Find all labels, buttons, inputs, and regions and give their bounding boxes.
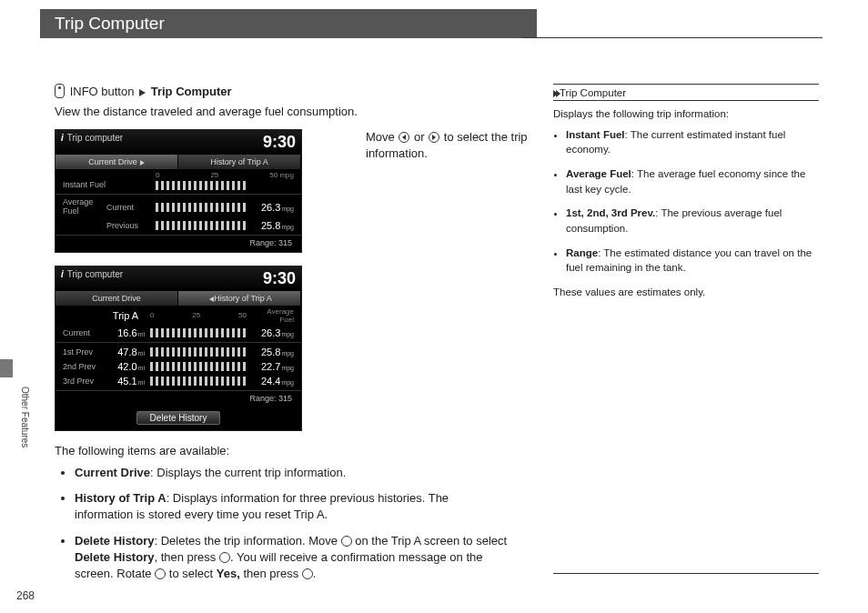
table-row: 1st Prev 47.8mi 25.8mpg [56,342,301,359]
bar-gauge [150,377,247,386]
list-item: History of Trip A: Displays information … [75,490,510,523]
intro-text: View the distance traveled and average f… [55,104,510,120]
chevron-right-icon [140,160,145,166]
info-icon: i [61,133,64,143]
rule [553,573,819,574]
list-item: Average Fuel: The average fuel economy s… [566,166,819,196]
list-item: Instant Fuel: The current estimated inst… [566,127,819,157]
range: Range: 315 [56,390,301,407]
enter-icon [219,552,230,563]
chevron-left-icon [209,296,214,302]
section-label: Other Features [20,387,30,447]
value: 26.3mpg [252,202,294,213]
nav-right-icon [429,132,439,143]
bar-gauge [150,328,247,337]
enter-icon [302,568,313,579]
table-row: Current 16.6mi 26.3mpg [56,326,301,340]
row-label: Instant Fuel [63,181,106,190]
bar-gauge [156,203,247,212]
clock: 9:30 [263,133,296,152]
nav-left-icon [399,132,409,143]
table-row: 2nd Prev 42.0mi 22.7mpg [56,359,301,374]
breadcrumb: INFO button Trip Computer [55,84,510,98]
screen-title: Trip computer [67,269,123,279]
screenshot-current-drive: iTrip computer 9:30 Current Drive Histor… [55,129,302,253]
screen-title: Trip computer [67,133,123,143]
range: Range: 315 [56,235,301,252]
side-note: Trip Computer Displays the following tri… [553,84,819,306]
note-footer: These values are estimates only. [553,285,819,300]
col-header: Average Fuel [252,307,294,324]
list-item: Current Drive: Displays the current trip… [75,465,510,481]
double-chevron-icon [553,90,558,97]
breadcrumb-target: Trip Computer [151,85,232,98]
page-number: 268 [16,589,35,602]
nav-instruction: Move or to select the trip information. [366,129,559,162]
page-title: Trip Computer [40,9,537,38]
scale: 02550 mpg [56,169,301,179]
items-intro: The following items are available: [55,444,510,457]
bar-gauge [150,347,247,357]
bar-gauge [156,181,247,190]
rotate-icon [155,568,166,579]
bar-gauge [150,362,247,371]
bar-gauge [156,221,247,230]
col-header: Trip A [106,310,145,321]
screenshot-history: iTrip computer 9:30 Current Drive Histor… [55,266,302,431]
joystick-down-icon [341,536,352,547]
table-row: 3rd Prev 45.1mi 24.4mpg [56,374,301,388]
info-icon: i [61,269,64,279]
list-item: 1st, 2nd, 3rd Prev.: The previous averag… [566,206,819,236]
clock: 9:30 [263,269,296,288]
note-intro: Displays the following trip information: [553,106,819,122]
list-item: Range: The estimated distance you can tr… [566,246,819,276]
tab-history[interactable]: History of Trip A [178,291,301,306]
sub-label: Previous [106,221,150,230]
info-icon [55,84,65,98]
value: 25.8mpg [252,220,294,231]
tab-history[interactable]: History of Trip A [178,155,301,169]
breadcrumb-info: INFO button [70,85,135,98]
tab-current-drive[interactable]: Current Drive [56,291,178,306]
row-label: Average Fuel [63,198,106,216]
tab-current-drive[interactable]: Current Drive [56,155,178,169]
list-item: Delete History: Deletes the trip informa… [75,533,510,583]
note-heading: Trip Computer [560,87,626,98]
sub-label: Current [106,203,150,212]
delete-history-button[interactable]: Delete History [136,411,221,425]
title-rule [522,37,823,38]
chevron-right-icon [139,89,146,96]
side-tab [0,359,13,377]
